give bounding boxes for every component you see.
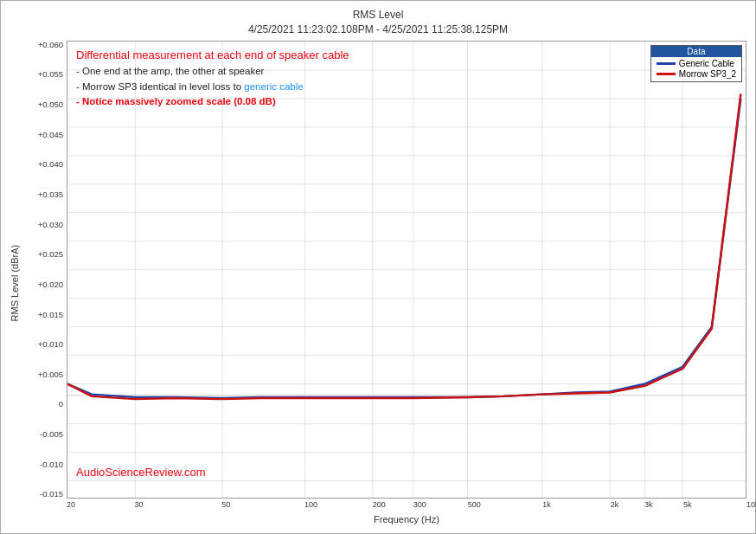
morrow-cable-swatch <box>657 73 676 75</box>
x-ticks: 20 30 50 100 200 300 500 1k 2k 3k 5k 10k <box>67 499 746 512</box>
legend-item-morrow: Morrow SP3_2 <box>657 69 736 79</box>
generic-cable-swatch <box>657 62 676 65</box>
plot-area: Differential measurement at each end of … <box>67 41 746 499</box>
annotations: Differential measurement at each end of … <box>76 47 349 111</box>
legend-box: Data Generic Cable Morrow SP3_2 <box>650 45 742 82</box>
ann-line1: - One end at the amp, the other at speak… <box>76 64 349 80</box>
legend-generic-label: Generic Cable <box>679 59 734 68</box>
morrow-cable-line <box>67 93 740 399</box>
chart-title: RMS Level 4/25/2021 11:23:02.108PM - 4/2… <box>248 8 508 37</box>
ann-line3: - Notice massively zoomed scale (0.08 dB… <box>76 94 349 110</box>
chart-wrapper: +0.060 +0.055 +0.050 +0.045 +0.040 +0.03… <box>25 41 746 524</box>
watermark: AudioScienceReview.com <box>76 466 206 479</box>
generic-cable-line <box>67 99 740 398</box>
legend-header: Data <box>651 46 741 57</box>
chart-inner: +0.060 +0.055 +0.050 +0.045 +0.040 +0.03… <box>25 41 746 499</box>
x-axis-label: Frequency (Hz) <box>67 514 746 524</box>
main-container: RMS Level 4/25/2021 11:23:02.108PM - 4/2… <box>0 0 756 534</box>
legend-morrow-label: Morrow SP3_2 <box>679 69 736 79</box>
y-axis-label: RMS Level (dBrA) <box>10 41 25 524</box>
y-ticks: +0.060 +0.055 +0.050 +0.045 +0.040 +0.03… <box>25 41 67 499</box>
ann-line2: - Morrow SP3 identical in level loss to … <box>76 80 349 95</box>
chart-area: RMS Level (dBrA) +0.060 +0.055 +0.050 +0… <box>10 41 746 524</box>
legend-item-generic: Generic Cable <box>657 59 736 68</box>
ann-title: Differential measurement at each end of … <box>76 47 349 64</box>
